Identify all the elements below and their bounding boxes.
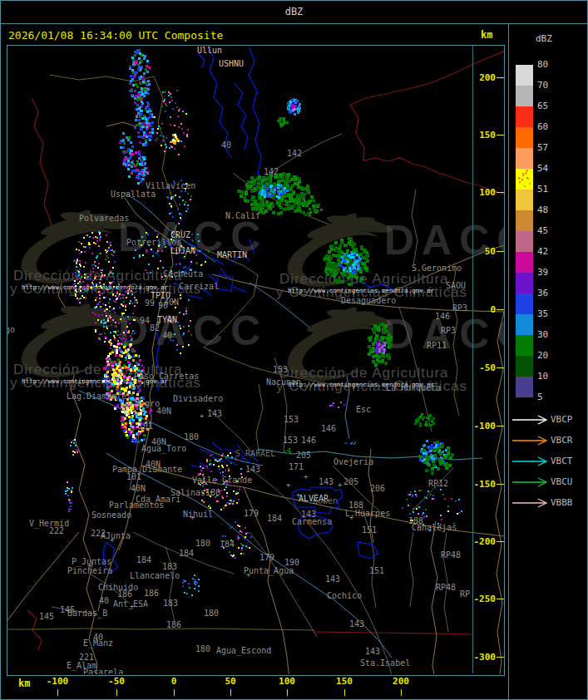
right-axis-tick — [497, 251, 504, 252]
colorbar-label: 5 — [537, 392, 559, 402]
right-axis-tick — [497, 309, 504, 310]
right-axis-tick — [497, 599, 504, 599]
vector-arrow-icon — [511, 414, 549, 426]
right-axis-label: 100 — [469, 188, 496, 197]
right-axis-label: -250 — [469, 594, 496, 604]
bottom-axis-label: -50 — [100, 677, 133, 686]
right-axis-label: -200 — [469, 537, 496, 546]
bottom-axis-label: 50 — [214, 677, 247, 686]
colorbar-label: 30 — [537, 330, 559, 340]
colorbar-segment — [516, 86, 533, 106]
colorbar-speckle — [526, 170, 528, 171]
colorbar-segment — [516, 335, 533, 356]
colorbar-speckle — [522, 175, 524, 176]
title-separator — [0, 23, 588, 24]
right-axis-tick — [497, 541, 504, 542]
colorbar-label: 20 — [537, 351, 559, 361]
radar-app-window: { "window": { "title": "dBZ", "timestamp… — [0, 0, 588, 700]
vector-label: VBCT — [551, 456, 573, 466]
colorbar-title: dBZ — [536, 33, 552, 44]
colorbar-label: 39 — [537, 268, 559, 278]
colorbar-label: 10 — [537, 372, 559, 382]
colorbar-label: 57 — [537, 143, 559, 153]
colorbar-label: 54 — [537, 164, 559, 174]
bottom-axis-tick — [287, 689, 288, 696]
bottom-axis-label: 100 — [270, 677, 304, 686]
colorbar-speckle — [519, 181, 521, 183]
right-axis-tick — [497, 657, 504, 658]
colorbar-label: 48 — [537, 205, 559, 215]
right-axis-tick — [497, 77, 504, 78]
right-axis-tick — [497, 426, 504, 426]
vector-label: VBBB — [551, 497, 573, 508]
bottom-axis-tick — [174, 689, 175, 696]
colorbar-label: 80 — [537, 60, 559, 70]
colorbar-speckle — [526, 171, 527, 173]
colorbar-segment — [516, 356, 533, 377]
colorbar-speckle — [529, 183, 531, 185]
bottom-axis-tick — [230, 689, 231, 696]
colorbar-label: 42 — [537, 247, 559, 257]
colorbar-segment — [516, 210, 533, 231]
right-axis-label: 200 — [469, 73, 496, 82]
colorbar-label: 35 — [537, 309, 559, 319]
vector-arrow-icon — [511, 456, 549, 467]
colorbar-segment — [516, 65, 533, 86]
colorbar-speckle — [526, 177, 528, 179]
colorbar-speckle — [518, 177, 520, 179]
right-axis-tick — [497, 192, 504, 193]
colorbar-segment — [516, 314, 533, 335]
vector-arrow-icon — [511, 497, 549, 509]
right-axis-label: -150 — [469, 480, 496, 489]
panel-divider — [508, 23, 509, 700]
colorbar-speckle — [524, 185, 526, 187]
colorbar-segment — [516, 273, 533, 293]
bottom-axis-tick — [57, 689, 58, 696]
graticule-line — [472, 46, 473, 673]
bottom-axis-label: -100 — [41, 677, 74, 686]
right-axis-tick — [497, 484, 504, 485]
colorbar-speckle — [522, 173, 524, 175]
right-axis-label: -300 — [469, 653, 496, 662]
colorbar-label: 36 — [537, 288, 559, 298]
right-axis-tick — [497, 367, 504, 368]
vector-legend-row: VBCU — [511, 476, 587, 487]
timestamp-label: 2026/01/08 16:34:00 UTC Composite — [8, 29, 223, 42]
colorbar-segment — [516, 127, 533, 148]
colorbar-label: 60 — [537, 122, 559, 132]
colorbar-speckle — [527, 178, 529, 180]
colorbar-label: 70 — [537, 81, 559, 91]
right-axis-label: -100 — [469, 421, 496, 431]
vector-arrow-icon — [511, 476, 549, 488]
map-frame — [7, 45, 505, 676]
colorbar-segment — [516, 231, 533, 252]
bottom-axis-label: 200 — [384, 677, 418, 686]
bottom-axis-label: 0 — [157, 677, 190, 686]
colorbar-speckle — [521, 179, 523, 180]
colorbar-segment — [516, 190, 533, 210]
right-axis-unit: km — [481, 29, 492, 41]
colorbar-segment — [516, 148, 533, 169]
vector-label: VBCR — [551, 435, 573, 446]
vector-legend-row: VBCR — [511, 434, 587, 446]
right-axis-label: -50 — [469, 363, 496, 372]
colorbar-label: 51 — [537, 185, 559, 195]
colorbar-label: 65 — [537, 101, 559, 111]
bottom-axis-tick — [344, 689, 345, 696]
colorbar-segment — [516, 377, 533, 397]
vector-legend-row: VBCP — [511, 413, 587, 425]
bottom-axis-tick — [401, 689, 402, 696]
right-axis-label: 0 — [469, 305, 496, 314]
colorbar-label: 45 — [537, 226, 559, 236]
bottom-axis-label: 150 — [328, 677, 361, 686]
vector-arrow-icon — [511, 435, 549, 446]
bottom-axis-tick — [116, 689, 117, 696]
vector-label: VBCP — [551, 414, 573, 425]
colorbar-segment — [516, 106, 533, 127]
right-axis-label: 150 — [469, 131, 496, 140]
vector-legend-row: VBBB — [511, 496, 587, 508]
colorbar-segment — [516, 252, 533, 273]
right-axis-label: 50 — [469, 247, 496, 256]
bottom-axis-unit: km — [18, 678, 30, 689]
vector-label: VBCU — [551, 476, 573, 487]
